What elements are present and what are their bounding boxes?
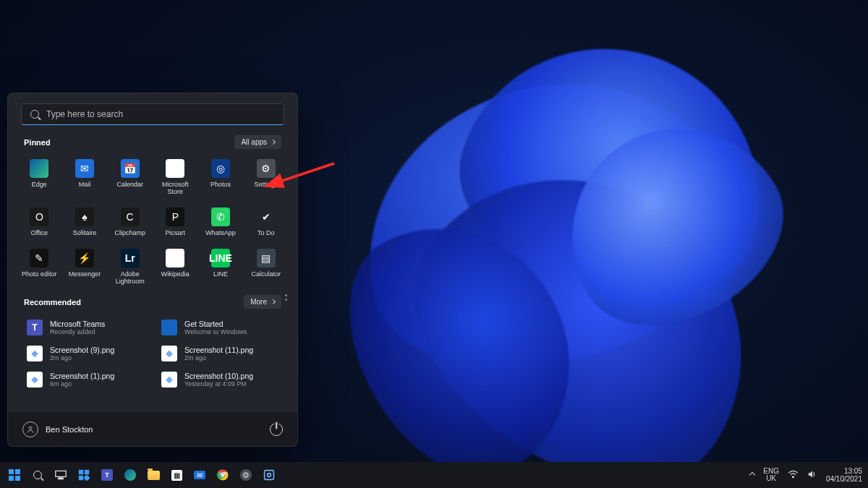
start-menu: Type here to search Pinned All apps Edge…	[7, 93, 298, 447]
taskbar-store-button[interactable]: ▦	[166, 465, 187, 485]
taskbar-file-explorer-button[interactable]	[143, 465, 163, 485]
wifi-icon[interactable]	[788, 470, 799, 480]
recommended-grid: T Microsoft Teams Recently added Get Sta…	[24, 317, 281, 390]
svg-rect-7	[83, 474, 90, 481]
taskbar-start-button[interactable]	[4, 465, 25, 485]
recommended-item[interactable]: T Microsoft Teams Recently added	[24, 317, 147, 338]
tray-overflow-button[interactable]	[749, 472, 755, 478]
pinned-app-line[interactable]: LINE LINE	[198, 246, 244, 288]
app-label: Wikipedia	[161, 271, 190, 278]
pinned-app-adobe-lightroom[interactable]: Lr Adobe Lightroom	[107, 246, 153, 288]
gear-icon: ⚙	[257, 159, 276, 178]
app-label: Office	[31, 230, 48, 237]
pinned-app-calendar[interactable]: 📅 Calendar	[107, 156, 153, 199]
pinned-app-whatsapp[interactable]: ✆ WhatsApp	[198, 205, 244, 240]
file-ico	[161, 346, 177, 361]
taskbar-settings-button[interactable]: ⚙	[236, 465, 256, 485]
line-icon: LINE	[211, 249, 230, 267]
app-label: Settings	[254, 181, 278, 189]
user-account-button[interactable]: Ben Stockton	[22, 421, 93, 437]
recommended-item[interactable]: Screenshot (1).png 6m ago	[24, 369, 147, 390]
app-label: Photo editor	[22, 271, 57, 278]
pics-icon: P	[166, 207, 184, 226]
pinned-app-photos[interactable]: ◎ Photos	[198, 156, 244, 199]
taskbar: T▦✉⚙ ENG UK 13:05 04/10/2021	[0, 462, 868, 488]
sol-icon: ♠	[75, 207, 94, 226]
app-label: To Do	[258, 230, 275, 237]
pinned-app-microsoft-store[interactable]: ▦ Microsoft Store	[153, 156, 198, 199]
taskbar-chrome-button[interactable]	[213, 465, 233, 485]
pinned-app-wikipedia[interactable]: W Wikipedia	[153, 246, 198, 288]
rec-title: Get Started	[184, 320, 247, 328]
app-label: Solitaire	[73, 230, 97, 237]
pinned-app-clipchamp[interactable]: C Clipchamp	[107, 205, 153, 240]
more-button[interactable]: More	[244, 295, 281, 309]
rec-title: Microsoft Teams	[50, 320, 105, 328]
recommended-label: Recommended	[24, 298, 81, 307]
taskbar-mail-button[interactable]: ✉	[190, 465, 210, 485]
pinned-app-mail[interactable]: ✉ Mail	[62, 156, 108, 199]
app-label: Picsart	[166, 230, 186, 237]
pinned-app-solitaire[interactable]: ♠ Solitaire	[62, 205, 108, 240]
pinned-app-picsart[interactable]: P Picsart	[153, 205, 198, 240]
search-icon	[30, 110, 39, 119]
pinned-app-office[interactable]: O Office	[17, 205, 62, 240]
pinned-app-settings[interactable]: ⚙ Settings	[243, 156, 289, 199]
rec-subtitle: 2m ago	[50, 354, 114, 361]
volume-icon[interactable]	[807, 470, 817, 480]
rec-title: Screenshot (9).png	[50, 346, 114, 354]
taskbar-widgets-button[interactable]	[74, 465, 94, 485]
gs-ico	[161, 320, 177, 335]
recommended-item[interactable]: Get Started Welcome to Windows	[158, 317, 281, 338]
cal-icon: 📅	[121, 159, 140, 178]
file-ico	[161, 372, 177, 388]
taskbar-edge-button[interactable]	[120, 465, 140, 485]
svg-rect-3	[59, 478, 63, 479]
search-input[interactable]: Type here to search	[21, 103, 284, 125]
svg-rect-5	[85, 470, 89, 474]
pinned-app-edge[interactable]: Edge	[17, 156, 62, 199]
pinned-app-photo-editor[interactable]: ✎ Photo editor	[17, 246, 62, 288]
taskbar-teams-button[interactable]: T	[97, 465, 117, 485]
power-button[interactable]	[270, 423, 283, 436]
language-indicator[interactable]: ENG UK	[763, 468, 779, 483]
taskbar-snip-button[interactable]	[259, 465, 279, 485]
svg-point-13	[793, 476, 794, 478]
mail-icon: ✉	[75, 159, 94, 178]
calc-icon: ▤	[257, 249, 276, 267]
svg-point-12	[268, 474, 271, 477]
svg-rect-4	[79, 470, 83, 474]
recommended-item[interactable]: Screenshot (10).png Yesterday at 4:09 PM	[158, 369, 281, 390]
app-label: WhatsApp	[205, 230, 236, 237]
clock[interactable]: 13:05 04/10/2021	[826, 467, 862, 483]
wiki-icon: W	[166, 249, 184, 267]
app-label: Calculator	[251, 271, 281, 278]
wa-icon: ✆	[211, 207, 230, 226]
pinned-grid: Edge✉ Mail📅 Calendar▦ Microsoft Store◎ P…	[8, 149, 297, 291]
rec-subtitle: 6m ago	[50, 380, 114, 388]
pinned-app-calculator[interactable]: ▤ Calculator	[243, 246, 289, 288]
msgr-icon: ⚡	[75, 249, 94, 267]
store-icon: ▦	[166, 159, 184, 178]
todo-icon: ✔	[257, 207, 276, 226]
recommended-item[interactable]: Screenshot (11).png 2m ago	[158, 343, 281, 364]
pinned-app-messenger[interactable]: ⚡ Messenger	[62, 246, 108, 288]
svg-rect-2	[56, 471, 66, 476]
taskbar-search-button[interactable]	[27, 465, 48, 485]
pinned-label: Pinned	[24, 138, 51, 147]
taskbar-task-view-button[interactable]	[51, 465, 71, 485]
rec-subtitle: 2m ago	[184, 354, 253, 361]
search-placeholder: Type here to search	[46, 109, 123, 119]
avatar-icon	[22, 421, 38, 437]
app-label: Clipchamp	[114, 230, 145, 237]
app-label: Photos	[210, 181, 231, 189]
app-label: Microsoft Store	[155, 181, 195, 196]
svg-point-0	[29, 427, 32, 429]
clip-icon: C	[121, 207, 140, 226]
all-apps-button[interactable]: All apps	[234, 135, 281, 149]
page-dots[interactable]	[285, 294, 287, 301]
chevron-right-icon	[271, 140, 276, 145]
pinned-app-to-do[interactable]: ✔ To Do	[243, 205, 289, 240]
office-icon: O	[30, 207, 48, 226]
recommended-item[interactable]: Screenshot (9).png 2m ago	[24, 343, 147, 364]
